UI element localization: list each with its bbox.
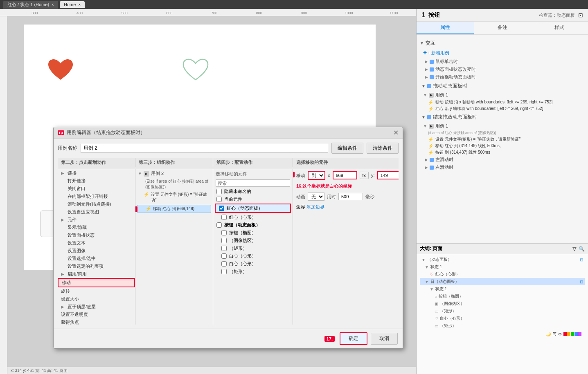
col1-z-order[interactable]: ▶ 置于顶层/底层 (58, 303, 135, 311)
col4-fx-x-btn[interactable]: fx (360, 172, 369, 179)
col4-y-input[interactable] (377, 171, 399, 179)
gear-icon[interactable]: ⚙ (558, 332, 562, 336)
col3-white-heart[interactable]: 白心（心形） (213, 252, 293, 260)
interaction-section[interactable]: ▼ 交互 (420, 38, 585, 48)
confirm-btn[interactable]: 确定 (340, 332, 367, 345)
left-slide-item[interactable]: ▶ 左滑动时 (420, 156, 585, 163)
moon-icon[interactable]: 🌙 (546, 332, 551, 336)
tab-close-home[interactable]: × (78, 2, 81, 7)
col3-rect1[interactable]: （矩形） (213, 244, 293, 252)
outline-search-icon[interactable]: 🔍 (579, 246, 585, 252)
dialog-bottom: 17. 确定 取消 (54, 329, 403, 348)
col1-set-select[interactable]: 设置选择/选中 (63, 255, 135, 262)
panel-state-change-item[interactable]: ▶ 动态面板状态改变时 (420, 65, 585, 73)
name-input[interactable] (81, 144, 328, 153)
col2-action1[interactable]: ⚡ 设置 元件文字 (矩形) = "验证成功" (135, 191, 213, 204)
annotation-15: 15 (293, 172, 295, 177)
red-heart[interactable] (46, 57, 75, 84)
outline-state-1b[interactable]: ▼ 状态 1 (420, 285, 585, 293)
col3-search[interactable] (216, 179, 290, 187)
tab-close-state[interactable]: × (52, 2, 54, 7)
outline-hotspot[interactable]: ▣ （图像热区） (420, 300, 585, 307)
step-labels: 第二步：点击新增动作 第三步：组织动作 第四步：配置动作 选择移动的元件 (58, 158, 399, 169)
outline-rect2[interactable]: ▭ （矩形） (420, 322, 585, 329)
annotation-13: 13 (58, 279, 59, 284)
usecase-group-1: ▼ ▶ 用例 1 ⚡ 移动 按钮 沿 x 轴移动 with boundaries… (423, 91, 585, 112)
maximize-icon[interactable]: ⊡ (578, 12, 583, 18)
col1-set-panel-state[interactable]: 设置面板状态 (63, 231, 135, 239)
start-drag-item[interactable]: ▶ 开始拖动动态面板时 (420, 73, 585, 81)
step2-label: 第二步：点击新增动作 (58, 158, 135, 167)
col1-close-window[interactable]: 关闭窗口 (63, 185, 135, 193)
col3-hotspot[interactable]: （图像热区） (213, 237, 293, 244)
tab-home-state[interactable]: 红心 / 状态 1 (Home) × (3, 1, 58, 9)
col3-white-heart2[interactable]: 白心（心形） (213, 260, 293, 268)
col1-link-group[interactable]: ▶ 链接 (58, 169, 135, 177)
col1-actions: ▶ 链接 打开链接 关闭窗口 在内部框架打开链接 滚动到元件(锚点链接) 设置自… (58, 169, 135, 325)
right-slide-item[interactable]: ▶ 右滑动时 (420, 163, 585, 171)
mouse-click-item[interactable]: ▶ 鼠标单击时 (420, 58, 585, 65)
col1-element-group[interactable]: ▶ 元件 (58, 216, 135, 224)
outline-red-heart[interactable]: ♡ 红心（心形） (420, 271, 585, 278)
outline-item-dynpanel[interactable]: ▼ （动态面板） ⊡ (420, 256, 585, 263)
outline-btn-ellipse[interactable]: ○ 按钮（椭圆） (420, 293, 585, 300)
col4-add-border-link[interactable]: 添加边界 (306, 204, 324, 209)
outline-filter-icon[interactable]: ▽ (572, 246, 576, 252)
clear-condition-btn[interactable]: 清除条件 (367, 143, 399, 154)
col1-enable-disable[interactable]: ▶ 启用/禁用 (58, 270, 135, 278)
col4-duration-input[interactable] (338, 193, 363, 200)
col3-header: 选择移动的元件 (213, 169, 293, 179)
add-usecase-btn[interactable]: ✚ + 新增用例 (423, 50, 585, 56)
element-number: 1 (421, 11, 425, 19)
col4-animation-select[interactable]: 无 (308, 193, 324, 201)
cancel-btn[interactable]: 取消 (371, 333, 398, 345)
end-usecase-group: ▼ ▶ 用例 1 (If area of 红心 未接触 area of (图像热… (423, 122, 585, 156)
col3-current-element[interactable]: 当前元件 (213, 195, 293, 203)
tab-home[interactable]: Home × (60, 1, 85, 8)
element-title: 按钮 (428, 11, 440, 19)
col4-animation-row: 动画 无 用时 毫秒 (293, 191, 399, 202)
right-content[interactable]: ▼ 交互 ✚ + 新增用例 ▶ 鼠标单击时 ▶ 动态面板状态改变时 ▶ 开始拖动… (417, 35, 588, 243)
tab-properties[interactable]: 属性 (417, 22, 474, 34)
outline-state-1[interactable]: ▼ 状态 1 (420, 263, 585, 271)
col1-adaptive[interactable]: 设置自适应视图 (63, 208, 135, 216)
col3-rect2[interactable]: （矩形） (213, 268, 293, 275)
col1-open-in-frame[interactable]: 在内部框架打开链接 (63, 193, 135, 200)
tab-notes[interactable]: 备注 (474, 22, 531, 34)
col1-focus[interactable]: 获得焦点 (58, 318, 135, 325)
simple-icon[interactable]: 简 (552, 331, 556, 337)
dialog-columns: ▶ 链接 打开链接 关闭窗口 在内部框架打开链接 滚动到元件(锚点链接) 设置自… (58, 169, 399, 325)
col4-to-select[interactable]: 到 (308, 171, 325, 180)
col4-x-input[interactable] (333, 171, 357, 179)
action-move-button: ⚡ 移动 按钮 沿 x 轴移动 with boundaries: [left >… (423, 99, 585, 105)
col3-select-element: 选择移动的元件 隐藏未命名的 当前元件 红心（动态面板） (213, 169, 293, 325)
col2-action2-selected[interactable]: ⚡ 移动 红心 到 (669,149) (137, 205, 211, 213)
col1-set-image[interactable]: 设置图像 (63, 247, 135, 255)
col1-resize[interactable]: 设置大小 (58, 295, 135, 303)
col3-red-heart-dynpanel[interactable]: 红心（动态面板） (215, 204, 291, 213)
col1-set-list[interactable]: 设置选定的列表项 (63, 262, 135, 270)
col4-configure: 15 移动 到 x fx y: fx 16.这个坐标就是白心的坐标 (293, 169, 399, 325)
drag-section[interactable]: ▼ 拖动动态面板时 (420, 81, 585, 91)
end-drag-section[interactable]: ▼ 结束拖放动态面板时 (420, 112, 585, 122)
col1-rotate[interactable]: 旋转 (58, 287, 135, 295)
col3-btn-ellipse[interactable]: 按钮（椭圆） (213, 229, 293, 237)
outline-rect[interactable]: ▭ （矩形） (420, 307, 585, 315)
edit-condition-btn[interactable]: 编辑条件 (331, 143, 363, 154)
col1-opacity[interactable]: 设置不透明度 (58, 311, 135, 318)
right-header: 1 按钮 检查器：动态面板 ⊡ (417, 9, 588, 22)
col1-scroll-to[interactable]: 滚动到元件(锚点链接) (63, 200, 135, 208)
name-label: 用例名称 (58, 145, 77, 152)
col1-open-link[interactable]: 打开链接 (63, 177, 135, 185)
outline-heart[interactable] (181, 57, 210, 84)
outline-white-heart[interactable]: ♡ 白心（心形） (420, 315, 585, 322)
col1-show-hide[interactable]: 显示/隐藏 (63, 224, 135, 231)
col3-anonymous-checkbox[interactable]: 隐藏未命名的 (213, 188, 293, 195)
col3-red-heart-shape[interactable]: 红心（心形） (213, 213, 293, 221)
outline-day-dynpanel[interactable]: ▼ 日（动态面板） ⊡ (420, 278, 585, 285)
col1-move[interactable]: 移动 (58, 278, 135, 287)
tab-style[interactable]: 样式 (531, 22, 588, 34)
col3-btn-dynpanel[interactable]: 按钮（动态面板） (213, 221, 293, 229)
dialog-close-btn[interactable]: ✕ (393, 129, 399, 137)
col1-set-text[interactable]: 设置文本 (63, 239, 135, 247)
